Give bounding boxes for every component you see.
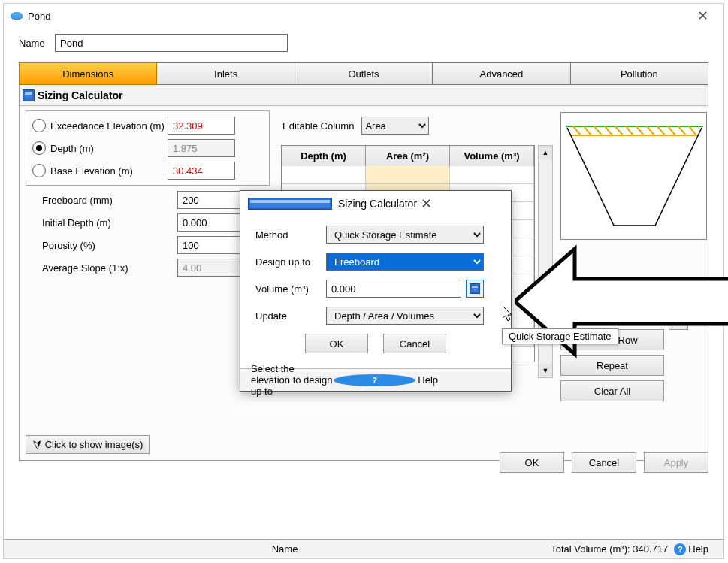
base-label: Base Elevation (m): [50, 165, 133, 177]
ok-button[interactable]: OK: [500, 452, 564, 473]
update-select[interactable]: Depth / Area / Volumes: [326, 307, 484, 325]
volume-calc-button[interactable]: [466, 280, 484, 298]
svg-line-10: [636, 126, 644, 135]
editable-column-select[interactable]: Area: [361, 117, 429, 135]
dialog-ok-button[interactable]: OK: [305, 334, 368, 353]
tab-pollution[interactable]: Pollution: [571, 62, 708, 85]
freeboard-label: Freeboard (mm): [42, 195, 177, 206]
elevation-radio-group: Exceedance Elevation (m) Depth (m) Base …: [26, 110, 270, 186]
pond-window: Pond ✕ Name Dimensions Inlets Outlets Ad…: [3, 3, 724, 559]
col-depth: Depth (m): [282, 146, 366, 166]
help-icon[interactable]: ?: [334, 374, 416, 386]
slope-input: [177, 259, 245, 277]
scroll-down-icon[interactable]: ▼: [539, 364, 552, 377]
calculator-icon: [470, 283, 480, 294]
status-help[interactable]: Help: [688, 543, 708, 555]
initial-depth-label: Initial Depth (m): [42, 217, 177, 229]
tabs: Dimensions Inlets Outlets Advanced Pollu…: [19, 62, 708, 85]
svg-line-6: [594, 126, 602, 135]
svg-line-14: [678, 126, 686, 135]
svg-line-8: [615, 126, 623, 135]
method-select[interactable]: Quick Storage Estimate: [326, 226, 484, 244]
status-total-volume: Total Volume (m³): 340.717: [551, 543, 668, 555]
svg-line-7: [605, 126, 612, 135]
scroll-up-icon[interactable]: ▲: [539, 146, 552, 159]
porosity-label: Porosity (%): [42, 240, 177, 251]
titlebar: Pond ✕: [4, 4, 723, 28]
cancel-button[interactable]: Cancel: [572, 452, 636, 473]
dialog-status-text: Select the elevation to design up to: [251, 363, 334, 397]
help-icon[interactable]: ?: [674, 543, 686, 555]
svg-line-9: [626, 126, 633, 135]
apply-button[interactable]: Apply: [644, 452, 708, 473]
depth-input: [168, 139, 235, 157]
tab-advanced[interactable]: Advanced: [433, 62, 570, 85]
name-label: Name: [19, 38, 55, 49]
form-area: Exceedance Elevation (m) Depth (m) Base …: [26, 110, 270, 279]
design-select[interactable]: Freeboard: [326, 253, 484, 271]
panel-subheader: Sizing Calculator: [20, 85, 708, 106]
editable-column-label: Editable Column: [282, 120, 354, 132]
slope-label: Average Slope (1:x): [42, 262, 177, 274]
pond-diagram: [560, 112, 707, 240]
svg-line-12: [657, 126, 665, 135]
update-label: Update: [255, 310, 326, 322]
left-arrow-button[interactable]: ◀: [669, 310, 688, 330]
calculator-icon: [23, 89, 35, 101]
volume-label: Volume (m³): [255, 283, 326, 295]
method-label: Method: [255, 229, 326, 241]
calculator-icon: [248, 198, 332, 210]
pond-app-icon: [10, 11, 23, 21]
repeat-button[interactable]: Repeat: [560, 355, 664, 376]
dialog-help[interactable]: Help: [418, 374, 500, 386]
name-row: Name: [4, 28, 723, 62]
clear-all-button[interactable]: Clear All: [560, 380, 664, 401]
chevron-down-icon: ⮛: [32, 439, 45, 450]
close-icon[interactable]: ✕: [687, 8, 717, 24]
name-input[interactable]: [55, 34, 288, 52]
svg-line-13: [668, 126, 675, 135]
freeboard-input[interactable]: [177, 191, 245, 209]
dialog-statusbar: Select the elevation to design up to ? H…: [240, 368, 511, 391]
base-input[interactable]: [168, 162, 235, 180]
volume-input[interactable]: [326, 280, 461, 298]
window-title: Pond: [28, 11, 687, 22]
svg-line-15: [689, 126, 696, 135]
initial-depth-input[interactable]: [177, 213, 245, 232]
dialog-cancel-button[interactable]: Cancel: [383, 334, 446, 353]
col-volume: Volume (m³): [450, 146, 534, 166]
panel-title: Sizing Calculator: [38, 89, 123, 101]
design-label: Design up to: [255, 256, 326, 268]
extra-params: Freeboard (mm) Initial Depth (m) Porosit…: [42, 189, 270, 279]
tab-dimensions[interactable]: Dimensions: [19, 62, 157, 85]
close-icon[interactable]: ✕: [421, 195, 503, 212]
sizing-calculator-dialog: Sizing Calculator ✕ MethodQuick Storage …: [240, 190, 512, 392]
statusbar: Name Total Volume (m³): 340.717 ? Help: [4, 539, 723, 558]
porosity-input[interactable]: [177, 236, 245, 254]
show-images-button[interactable]: ⮛ Click to show image(s): [26, 435, 150, 454]
exceedance-input[interactable]: [168, 117, 235, 135]
step-input[interactable]: [560, 307, 621, 325]
exceedance-label: Exceedance Elevation (m): [50, 120, 165, 132]
svg-line-4: [573, 126, 581, 135]
main-buttons: OK Cancel Apply: [500, 452, 708, 473]
svg-point-1: [11, 12, 23, 19]
radio-base[interactable]: [32, 164, 46, 177]
editable-column-row: Editable Column Area: [282, 117, 429, 135]
depth-label: Depth (m): [50, 143, 94, 154]
svg-line-11: [647, 126, 654, 135]
table-side-buttons: Delete Row Repeat Clear All: [560, 307, 664, 406]
radio-depth[interactable]: [32, 141, 46, 155]
col-area: Area (m²): [366, 146, 450, 166]
dialog-title: Sizing Calculator: [338, 198, 421, 210]
tab-outlets[interactable]: Outlets: [295, 62, 433, 85]
tab-inlets[interactable]: Inlets: [157, 62, 295, 85]
svg-point-2: [14, 14, 17, 15]
tooltip: Quick Storage Estimate: [502, 328, 618, 344]
status-name: Name: [19, 543, 551, 555]
radio-exceedance[interactable]: [32, 119, 46, 132]
svg-line-5: [584, 126, 591, 135]
